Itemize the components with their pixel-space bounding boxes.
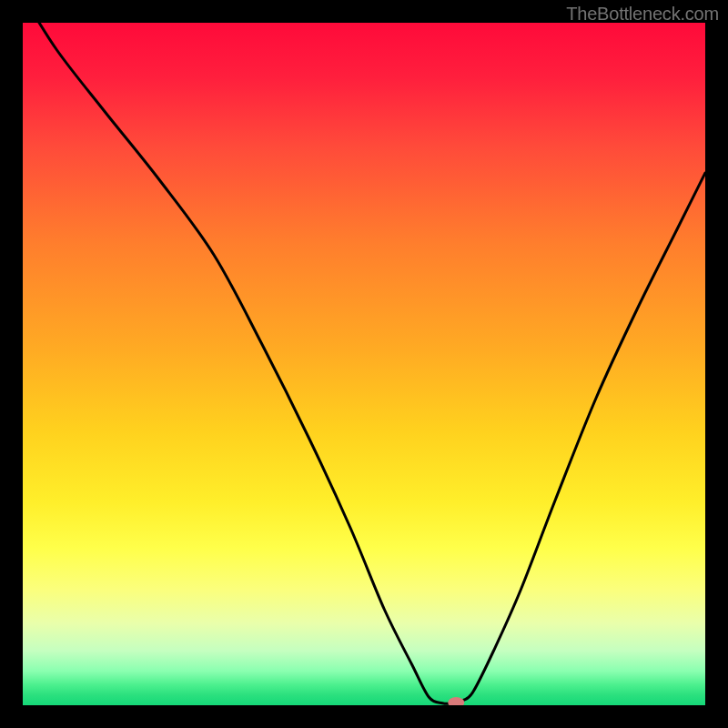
optimal-point-marker	[448, 697, 464, 705]
plot-area	[23, 23, 705, 705]
chart-svg	[23, 23, 705, 705]
bottleneck-curve-line	[23, 23, 705, 703]
chart-frame: TheBottleneck.com	[0, 0, 728, 728]
attribution-text: TheBottleneck.com	[566, 4, 719, 25]
